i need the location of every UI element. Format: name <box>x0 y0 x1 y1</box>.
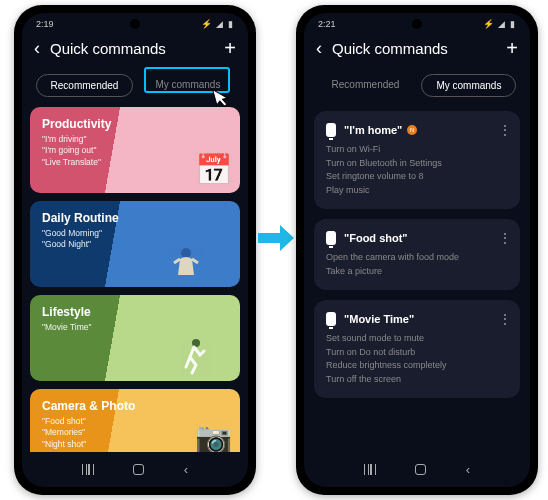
nav-bar: ‹ <box>22 452 248 487</box>
command-title: "I'm home" <box>344 124 402 136</box>
card-daily-routine[interactable]: Daily Routine "Good Morning" "Good Night… <box>30 201 240 287</box>
command-title: "Movie Time" <box>344 313 414 325</box>
nav-back-icon[interactable]: ‹ <box>466 462 470 477</box>
camera-notch <box>130 19 140 29</box>
nav-bar: ‹ <box>304 452 530 487</box>
person-icon <box>172 245 200 283</box>
add-icon[interactable]: + <box>506 37 518 60</box>
runner-icon <box>176 337 210 377</box>
camera-notch <box>412 19 422 29</box>
svg-point-0 <box>181 248 191 258</box>
nav-home-icon[interactable] <box>415 464 426 475</box>
back-icon[interactable]: ‹ <box>316 38 322 59</box>
phone-right: 2:21 ⚡ ◢ ▮ ‹ Quick commands + Recommende… <box>296 5 538 495</box>
more-icon[interactable]: ⋮ <box>499 123 510 137</box>
camera-icon <box>195 420 232 452</box>
tabs-row: Recommended My commands <box>304 66 530 107</box>
nav-home-icon[interactable] <box>133 464 144 475</box>
screen-left: 2:19 ⚡ ◢ ▮ ‹ Quick commands + Recommende… <box>22 13 248 487</box>
card-title: Camera & Photo <box>42 399 228 413</box>
new-badge: N <box>407 125 417 135</box>
command-card-food[interactable]: "Food shot" ⋮ Open the camera with food … <box>314 219 520 290</box>
cards-list[interactable]: Productivity "I'm driving" "I'm going ou… <box>22 107 248 452</box>
command-actions: Set sound mode to mute Turn on Do not di… <box>326 332 508 386</box>
command-title: "Food shot" <box>344 232 408 244</box>
card-productivity[interactable]: Productivity "I'm driving" "I'm going ou… <box>30 107 240 193</box>
app-header: ‹ Quick commands + <box>22 31 248 66</box>
mic-icon <box>326 231 336 245</box>
phone-left: 2:19 ⚡ ◢ ▮ ‹ Quick commands + Recommende… <box>14 5 256 495</box>
mic-icon <box>326 312 336 326</box>
card-lifestyle[interactable]: Lifestyle "Movie Time" <box>30 295 240 381</box>
nav-back-icon[interactable]: ‹ <box>184 462 188 477</box>
app-header: ‹ Quick commands + <box>304 31 530 66</box>
card-title: Daily Routine <box>42 211 228 225</box>
nav-recent-icon[interactable] <box>364 464 376 475</box>
command-card-home[interactable]: "I'm home" N ⋮ Turn on Wi-Fi Turn on Blu… <box>314 111 520 209</box>
back-icon[interactable]: ‹ <box>34 38 40 59</box>
tab-my-commands[interactable]: My commands <box>421 74 516 97</box>
my-commands-list[interactable]: "I'm home" N ⋮ Turn on Wi-Fi Turn on Blu… <box>304 107 530 452</box>
nav-recent-icon[interactable] <box>82 464 94 475</box>
command-actions: Turn on Wi-Fi Turn on Bluetooth in Setti… <box>326 143 508 197</box>
tab-recommended[interactable]: Recommended <box>318 74 414 97</box>
arrow-icon <box>258 225 294 251</box>
card-title: Lifestyle <box>42 305 228 319</box>
card-subtitle: "Movie Time" <box>42 322 228 333</box>
more-icon[interactable]: ⋮ <box>499 231 510 245</box>
mic-icon <box>326 123 336 137</box>
command-actions: Open the camera with food mode Take a pi… <box>326 251 508 278</box>
status-time: 2:19 <box>36 19 54 29</box>
status-time: 2:21 <box>318 19 336 29</box>
more-icon[interactable]: ⋮ <box>499 312 510 326</box>
calendar-icon <box>195 152 232 187</box>
card-subtitle: "Good Morning" "Good Night" <box>42 228 228 251</box>
add-icon[interactable]: + <box>224 37 236 60</box>
command-card-movie[interactable]: "Movie Time" ⋮ Set sound mode to mute Tu… <box>314 300 520 398</box>
status-icons: ⚡ ◢ ▮ <box>483 19 516 29</box>
card-title: Productivity <box>42 117 228 131</box>
screen-right: 2:21 ⚡ ◢ ▮ ‹ Quick commands + Recommende… <box>304 13 530 487</box>
page-title: Quick commands <box>50 40 224 57</box>
page-title: Quick commands <box>332 40 506 57</box>
status-icons: ⚡ ◢ ▮ <box>201 19 234 29</box>
tab-recommended[interactable]: Recommended <box>36 74 134 97</box>
card-camera-photo[interactable]: Camera & Photo "Food shot" "Memories" "N… <box>30 389 240 452</box>
